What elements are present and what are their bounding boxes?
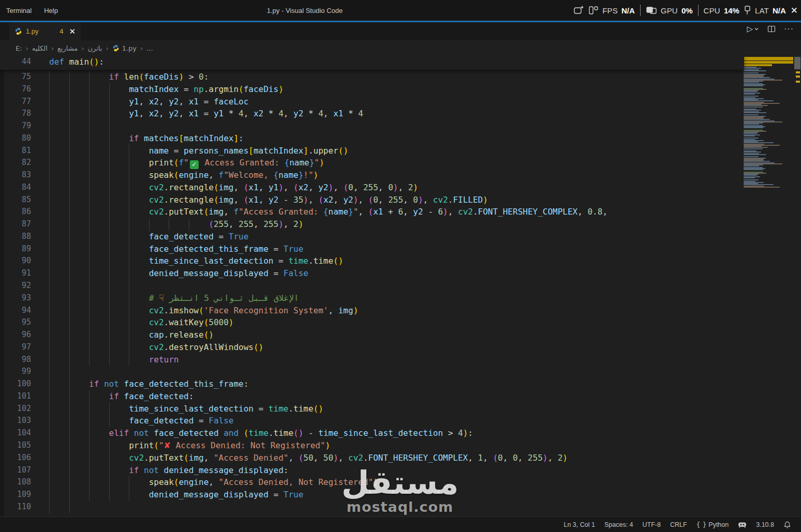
code-token: ( (204, 317, 209, 327)
code-token: , (288, 453, 298, 463)
minimap[interactable] (742, 56, 794, 516)
status-encoding[interactable]: UTF-8 (638, 517, 665, 532)
run-button[interactable]: ▷ (747, 24, 759, 34)
code-line[interactable]: 76matchIndex = np.argmin(faceDis) (0, 83, 744, 96)
status-eol[interactable]: CRLF (665, 517, 692, 532)
code-line[interactable]: 79 (0, 120, 744, 132)
code-line[interactable]: 78y1, x2, y2, x1 = y1 * 4, x2 * 4, y2 * … (0, 108, 744, 120)
code-line[interactable]: 87(255, 255, 255), 2) (0, 218, 744, 231)
code-line[interactable]: 90time_since_last_detection = time.time(… (0, 255, 744, 267)
code-token: name (329, 207, 349, 217)
code-line[interactable]: 103face_detected = False (0, 415, 744, 427)
code-line[interactable]: 84cv2.rectangle(img, (x1, y1), (x2, y2),… (0, 181, 744, 194)
minimap-line (744, 114, 759, 115)
code-line[interactable]: 101if face_detected: (0, 390, 744, 403)
menu-help[interactable]: Help (38, 4, 64, 17)
code-line[interactable]: 105print("✘ Access Denied: Not Registere… (0, 439, 744, 452)
code-line[interactable]: 108speak(engine, "Access Denied, Not Reg… (0, 476, 744, 489)
code-token: y2 (169, 97, 179, 107)
code-line[interactable]: 85cv2.rectangle(img, (x1, y2 - 35), (x2,… (0, 194, 744, 206)
code-token: imshow (169, 306, 199, 315)
code-line[interactable]: 81name = persons_names[matchIndex].upper… (0, 145, 744, 157)
sticky-scroll-line[interactable]: 44def main(): (0, 56, 744, 70)
code-token: time (293, 404, 314, 414)
code-line[interactable]: 91denied_message_displayed = False (0, 267, 744, 280)
code-line[interactable]: 86cv2.putText(img, f"Access Granted: {na… (0, 206, 744, 218)
breadcrumb-item[interactable]: باترن (88, 44, 102, 52)
code-token: ( (368, 195, 374, 205)
breadcrumb-item[interactable]: E: (16, 44, 22, 52)
code-line[interactable]: 93# ☟ انـتظر 5 ثـواني قـبل الإغلاق (0, 292, 744, 305)
code-line[interactable]: 88face_detected = True (0, 231, 744, 243)
code-line[interactable]: 104elif not face_detected and (time.time… (0, 427, 744, 439)
code-line[interactable]: 80if matches[matchIndex]: (0, 132, 744, 145)
status-indentation[interactable]: Spaces: 4 (600, 517, 638, 532)
code-token: , (139, 97, 149, 107)
code-line[interactable]: 110 (0, 501, 744, 513)
breadcrumb-item[interactable]: الكليه (32, 44, 48, 52)
indent-guides (49, 316, 149, 329)
editor-scrollbar[interactable] (794, 56, 801, 516)
status-notifications[interactable] (779, 517, 796, 532)
code-token: 0 (498, 453, 503, 463)
code-token: 35 (293, 195, 303, 205)
code-line[interactable]: 97cv2.destroyAllWindows() (0, 341, 744, 354)
code-line[interactable]: 100if not face_detected_this_frame: (0, 378, 744, 390)
code-line[interactable]: 96cap.release() (0, 329, 744, 341)
line-number: 89 (0, 243, 31, 255)
code-line[interactable]: 82print(f"✓ Access Granted: {name}") (0, 157, 744, 169)
code-token (269, 293, 274, 303)
code-token: . (164, 342, 169, 352)
code-line[interactable]: 102time_since_last_detection = time.time… (0, 403, 744, 415)
code-line[interactable]: 75if len(faceDis) > 0: (0, 71, 744, 83)
code-token: . (269, 428, 274, 438)
breadcrumb-item[interactable]: مشاريع (57, 44, 78, 52)
tab-close-icon[interactable]: ✕ (69, 27, 76, 36)
status-copilot[interactable] (733, 517, 751, 532)
tab-1py[interactable]: 1.py 4 ✕ (9, 22, 81, 40)
line-number: 106 (0, 452, 31, 464)
code-token: , (338, 453, 348, 463)
indent-guides (49, 341, 149, 354)
code-token: , (468, 453, 478, 463)
code-lines[interactable]: 75if len(faceDis) > 0:76matchIndex = np.… (0, 71, 744, 513)
code-line[interactable]: 106cv2.putText(img, "Access Denied", (50… (0, 452, 744, 464)
code-token: , (224, 207, 233, 217)
breadcrumb-item[interactable]: ... (146, 44, 153, 52)
status-python-version[interactable]: 3.10.8 (751, 517, 779, 532)
code-line[interactable]: 98return (0, 354, 744, 366)
sticky-code-line[interactable]: 44def main(): (0, 56, 744, 68)
code-line[interactable]: 107if not denied_message_displayed: (0, 464, 744, 477)
code-token: FILLED (453, 195, 483, 205)
status-label: Python (708, 521, 729, 528)
code-line[interactable]: 95cv2.waitKey(5000) (0, 316, 744, 329)
code-line[interactable]: 94cv2.imshow('Face Recognition System', … (0, 305, 744, 317)
split-editor-button[interactable] (767, 25, 776, 33)
status-language-mode[interactable]: { }Python (692, 517, 734, 532)
code-token: } (299, 170, 304, 180)
scrollbar-thumb[interactable] (794, 57, 800, 69)
code-token: return (149, 355, 179, 364)
code-token: !" (303, 170, 313, 180)
code-token: , (378, 183, 388, 192)
code-line[interactable]: 92 (0, 280, 744, 292)
breadcrumb-item[interactable]: 1.py (112, 44, 137, 52)
code-token: ) (393, 183, 398, 192)
indent-guides (49, 243, 149, 255)
code-line[interactable]: 83speak(engine, f"Welcome, {name}!") (0, 169, 744, 181)
overlay-close-icon[interactable]: ✕ (791, 5, 798, 16)
minimap-line (744, 107, 763, 108)
code-line[interactable]: 99 (0, 366, 744, 378)
indent-guides (49, 305, 149, 317)
more-actions-button[interactable]: ··· (784, 24, 794, 34)
code-token: x1 (373, 207, 383, 217)
pin-icon[interactable] (743, 5, 751, 16)
status-cursor-position[interactable]: Ln 3, Col 1 (559, 517, 599, 532)
code-token: - (423, 207, 438, 217)
code-line[interactable]: 109denied_message_displayed = True (0, 489, 744, 501)
code-token: . (164, 306, 169, 315)
code-line[interactable]: 89face_detected_this_frame = True (0, 243, 744, 255)
code-editor[interactable]: 44def main(): 75if len(faceDis) > 0:76ma… (0, 56, 801, 516)
code-line[interactable]: 77y1, x2, y2, x1 = faceLoc (0, 96, 744, 108)
menu-terminal[interactable]: Terminal (0, 4, 38, 17)
